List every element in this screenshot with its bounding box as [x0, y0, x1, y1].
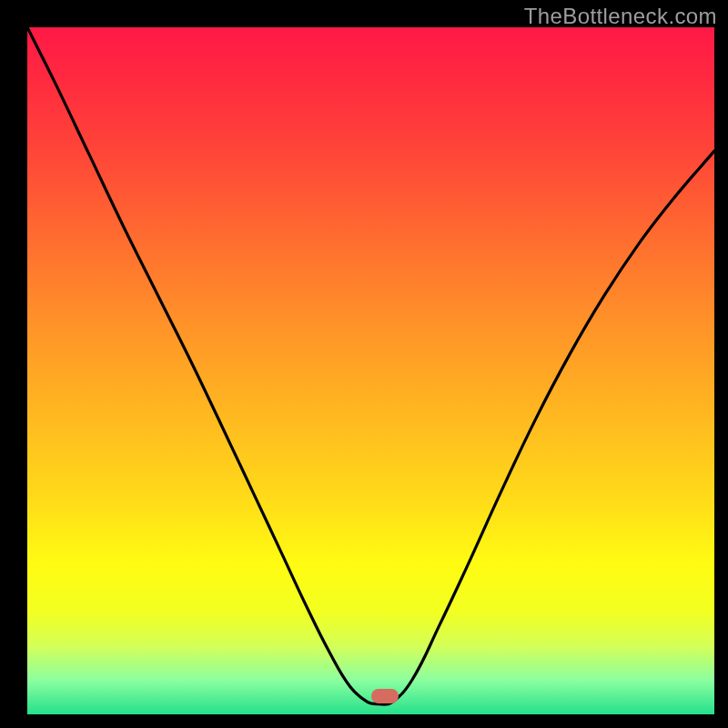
watermark-text: TheBottleneck.com: [524, 4, 717, 29]
plot-area: [27, 27, 714, 714]
chart-frame: TheBottleneck.com: [0, 0, 728, 728]
minimum-marker: [371, 689, 399, 703]
bottleneck-curve: [27, 27, 714, 714]
